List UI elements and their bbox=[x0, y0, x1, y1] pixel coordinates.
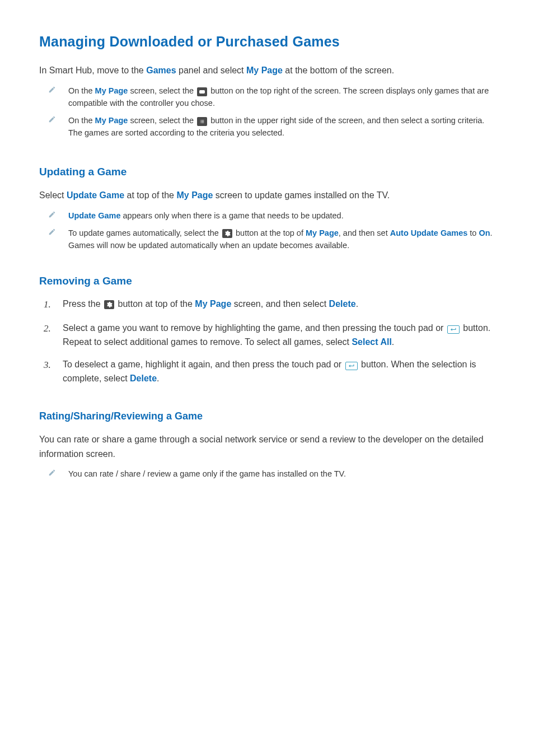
intro-paragraph: In Smart Hub, move to the Games panel an… bbox=[39, 63, 495, 78]
text: Select bbox=[39, 190, 67, 200]
enter-icon bbox=[447, 325, 460, 334]
text: Press the bbox=[63, 299, 103, 309]
text: . bbox=[356, 299, 358, 309]
text: at the bottom of the screen. bbox=[283, 66, 394, 75]
gear-icon bbox=[104, 300, 114, 309]
page-title: Managing Downloaded or Purchased Games bbox=[39, 34, 495, 50]
note-item: You can rate / share / review a game onl… bbox=[48, 468, 495, 480]
text: screen, select the bbox=[128, 116, 196, 125]
step-number: 1. bbox=[44, 297, 54, 312]
updating-intro: Select Update Game at top of the My Page… bbox=[39, 188, 495, 203]
note-item: On the My Page screen, select the button… bbox=[48, 114, 495, 139]
text: to bbox=[467, 228, 479, 237]
text: appears only when there is a game that n… bbox=[120, 211, 343, 220]
note-text: On the My Page screen, select the button… bbox=[68, 85, 495, 110]
my-page-term: My Page bbox=[95, 86, 128, 95]
text: , and then set bbox=[339, 228, 390, 237]
removing-steps: 1. Press the button at top of the My Pag… bbox=[44, 297, 495, 386]
list-icon bbox=[197, 117, 207, 126]
my-page-term: My Page bbox=[246, 66, 283, 75]
text: On the bbox=[68, 86, 95, 95]
my-page-term: My Page bbox=[176, 190, 213, 200]
document-page: Managing Downloaded or Purchased Games I… bbox=[0, 0, 534, 507]
pencil-icon bbox=[48, 227, 59, 252]
note-text: To update games automatically, select th… bbox=[68, 227, 495, 252]
text: . bbox=[392, 337, 394, 347]
step-number: 2. bbox=[44, 321, 54, 349]
note-text: On the My Page screen, select the button… bbox=[68, 114, 495, 139]
select-all-term: Select All bbox=[352, 337, 391, 347]
my-page-term: My Page bbox=[95, 116, 128, 125]
text: . bbox=[157, 374, 159, 383]
text: screen to update games installed on the … bbox=[213, 190, 390, 200]
text: button at the top of bbox=[233, 228, 306, 237]
list-item: 1. Press the button at top of the My Pag… bbox=[44, 297, 495, 312]
update-game-term: Update Game bbox=[68, 211, 120, 220]
text: screen, select the bbox=[128, 86, 196, 95]
pencil-icon bbox=[48, 85, 59, 110]
step-text: Press the button at top of the My Page s… bbox=[63, 297, 495, 312]
text: screen, and then select bbox=[231, 299, 329, 309]
pencil-icon bbox=[48, 468, 59, 480]
section-heading-removing: Removing a Game bbox=[39, 275, 495, 287]
gear-icon bbox=[222, 229, 232, 238]
step-text: To deselect a game, highlight it again, … bbox=[63, 358, 495, 386]
step-number: 3. bbox=[44, 358, 54, 386]
text: Select a game you want to remove by high… bbox=[63, 323, 446, 333]
my-page-term: My Page bbox=[195, 299, 231, 309]
delete-term: Delete bbox=[130, 374, 157, 383]
enter-icon bbox=[345, 362, 358, 370]
section-heading-rating: Rating/Sharing/Reviewing a Game bbox=[39, 410, 495, 422]
text: at top of the bbox=[124, 190, 176, 200]
games-term: Games bbox=[146, 66, 176, 75]
text: To update games automatically, select th… bbox=[68, 228, 221, 237]
note-item: Update Game appears only when there is a… bbox=[48, 209, 495, 222]
rating-intro: You can rate or share a game through a s… bbox=[39, 432, 495, 461]
note-item: To update games automatically, select th… bbox=[48, 227, 495, 252]
pencil-icon bbox=[48, 209, 59, 222]
section-heading-updating: Updating a Game bbox=[39, 166, 495, 178]
text: panel and select bbox=[176, 66, 246, 75]
note-text: Update Game appears only when there is a… bbox=[68, 209, 495, 222]
update-game-term: Update Game bbox=[67, 190, 124, 200]
list-item: 3. To deselect a game, highlight it agai… bbox=[44, 358, 495, 386]
pencil-icon bbox=[48, 114, 59, 139]
my-page-term: My Page bbox=[306, 228, 339, 237]
on-term: On bbox=[479, 228, 490, 237]
text: In Smart Hub, move to the bbox=[39, 66, 146, 75]
auto-update-games-term: Auto Update Games bbox=[390, 228, 468, 237]
note-item: On the My Page screen, select the button… bbox=[48, 85, 495, 110]
list-item: 2. Select a game you want to remove by h… bbox=[44, 321, 495, 349]
controller-icon bbox=[197, 87, 207, 96]
text: On the bbox=[68, 116, 95, 125]
text: You can rate / share / review a game onl… bbox=[68, 469, 346, 478]
text: button at top of the bbox=[115, 299, 195, 309]
text: To deselect a game, highlight it again, … bbox=[63, 360, 344, 369]
step-text: Select a game you want to remove by high… bbox=[63, 321, 495, 349]
delete-term: Delete bbox=[329, 299, 356, 309]
note-text: You can rate / share / review a game onl… bbox=[68, 468, 495, 480]
